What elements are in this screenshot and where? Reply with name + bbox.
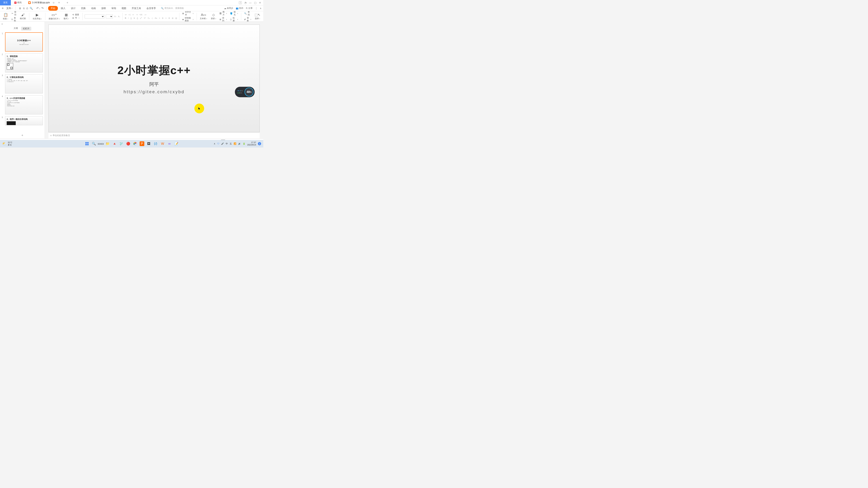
align-right-icon[interactable]: ≡ — [165, 17, 166, 19]
start-button[interactable] — [85, 141, 89, 146]
sync-status[interactable]: ☁未同步 — [224, 7, 233, 10]
from-current-button[interactable]: ▶ 当页开始∨ — [31, 13, 43, 20]
sidebar-tab-slides[interactable]: 幻灯片 — [21, 27, 31, 31]
thumbnail-5[interactable]: 5 4、程序一般的目录结构 — [2, 116, 43, 125]
app-icon-3[interactable]: 🔴 — [126, 141, 130, 146]
bold-icon[interactable]: B — [125, 17, 126, 19]
print-icon[interactable]: ⎙ — [26, 7, 28, 10]
ribbon-tab-review[interactable]: 审阅 — [109, 6, 119, 11]
columns-icon[interactable]: ▥ — [175, 17, 177, 19]
strike-icon[interactable]: S̶ — [134, 17, 135, 19]
app-icon-6[interactable]: 📝 — [174, 141, 179, 146]
tab-docer[interactable]: 稻壳 — [11, 0, 25, 5]
minimize-icon[interactable]: — — [249, 1, 252, 4]
sidebar-tab-outline[interactable]: 大纲 — [13, 27, 18, 31]
tab-home[interactable]: 首页 — [0, 0, 11, 5]
underline-icon[interactable]: U — [130, 17, 132, 19]
more-icon[interactable]: ⋮ — [255, 7, 257, 9]
battery-icon[interactable]: 🔋 — [243, 142, 245, 145]
decrease-font-icon[interactable]: A↓ — [118, 15, 120, 18]
volume-icon[interactable]: 🔊 — [238, 142, 241, 145]
text-dir-icon[interactable]: ⟲A — [140, 13, 142, 16]
search-box[interactable]: 🔍 查找命令、搜索模板 — [161, 7, 184, 10]
subscript-icon[interactable]: X₂ — [148, 17, 150, 19]
italic-icon[interactable]: I — [128, 17, 129, 19]
tray-mic-icon[interactable]: 🎤 — [221, 142, 224, 145]
textbox-button[interactable]: A▭ 文本框∨ — [199, 13, 208, 20]
outline-button[interactable]: ◻轮廓∨ — [230, 17, 238, 22]
line-spacing-icon[interactable]: ↕≡ — [144, 13, 146, 16]
export-icon[interactable]: ⎘ — [23, 7, 25, 10]
tab-document[interactable]: 2小时掌握cpp.pptx ⧉ ✕ — [25, 0, 63, 5]
arrange-button[interactable]: ⊞排列∨ — [220, 17, 227, 22]
superscript-icon[interactable]: X² — [144, 17, 146, 19]
collapse-ribbon-icon[interactable]: ∧ — [260, 7, 261, 9]
align-object-button[interactable]: ⊞对齐文本∨ — [182, 11, 194, 16]
wifi-icon[interactable]: 📶 — [234, 142, 236, 145]
align-justify-icon[interactable]: ≣ — [168, 17, 170, 19]
file-menu[interactable]: 文件∨ — [5, 7, 14, 10]
app-icon-1[interactable]: 🔺 — [112, 141, 117, 146]
highlight-icon[interactable]: 🖍 — [140, 17, 142, 19]
replace-button[interactable]: ⇄替换∨ — [244, 17, 251, 22]
maximize-icon[interactable]: ▢ — [254, 1, 256, 4]
collapse-sidebar-icon[interactable]: « — [0, 22, 4, 26]
save-icon[interactable]: 🗎 — [19, 7, 21, 10]
tab-close-icon[interactable]: ✕ — [58, 1, 60, 4]
task-view-icon[interactable]: ▭▭ — [98, 141, 103, 146]
numbering-icon[interactable]: ≡1 — [128, 13, 131, 16]
undo-icon[interactable]: ↶∨ — [36, 6, 40, 10]
select-button[interactable]: ⬚↖ 选择∨ — [253, 13, 261, 20]
vscode-icon[interactable]: ⟨/⟩ — [153, 141, 158, 146]
font-size-select[interactable] — [106, 14, 113, 19]
ribbon-tab-transition[interactable]: 切换 — [79, 6, 88, 11]
thumbnail-3[interactable]: 3 2、计算机体系结构 • 1. 冯诺伊曼• 2. cpu、内存、硬盘、IO、网… — [2, 74, 43, 93]
paste-button[interactable]: 📋 粘贴∨ — [2, 13, 9, 20]
slide-canvas[interactable]: 2小时掌握c++ 阿平 https://gitee.com/cxybd — [49, 25, 260, 132]
align-left-icon[interactable]: ≡ — [159, 17, 160, 19]
ribbon-tab-slideshow[interactable]: 放映 — [99, 6, 108, 11]
preview-icon[interactable]: 🔍 — [30, 7, 33, 10]
indent-inc-icon[interactable]: ⇥ — [136, 13, 137, 16]
window-badge[interactable]: 1 — [239, 1, 242, 4]
app-icon-4[interactable]: 🖼 — [147, 141, 151, 146]
new-slide-button[interactable]: ▭⁺ 新建幻灯片∨ — [48, 13, 61, 20]
collab-button[interactable]: 👥协作 — [236, 7, 243, 10]
ribbon-tab-view[interactable]: 视图 — [119, 6, 129, 11]
slide-title[interactable]: 2小时掌握c++ — [117, 63, 191, 78]
change-case-icon[interactable]: Aa — [155, 17, 157, 19]
ime-mode[interactable]: 五 — [230, 142, 232, 145]
copy-button[interactable]: ⎘复制 — [11, 17, 17, 22]
find-button[interactable]: 🔍查找 — [244, 11, 251, 16]
hamburger-icon[interactable]: ≡ — [2, 7, 3, 10]
thumbnail-2[interactable]: 2 1、课程思路 • 最初的课一片段• 对语言来不不的方面• 了解的东西，有了框… — [2, 53, 43, 72]
to-smartart-button[interactable]: ◈转智能图形∨ — [182, 17, 194, 22]
search-taskbar-icon[interactable]: 🔍 — [92, 141, 96, 146]
cut-button[interactable]: ✂剪切 — [11, 11, 17, 16]
tray-shield-icon[interactable]: 🛡 — [217, 142, 219, 145]
share-button[interactable]: ⇱分享 — [246, 7, 253, 10]
ribbon-tab-design[interactable]: 设计 — [68, 6, 78, 11]
reset-button[interactable]: ⟲重置 — [72, 13, 80, 16]
bullets-icon[interactable]: ≡• — [125, 13, 127, 16]
skin-icon[interactable]: ◔ — [244, 1, 246, 4]
align-center-icon[interactable]: ≣ — [162, 17, 163, 19]
add-slide-button[interactable]: + — [0, 132, 45, 138]
layout-button[interactable]: ▦ 版式∨ — [63, 13, 70, 20]
ribbon-tab-start[interactable]: 开始 — [48, 6, 58, 11]
notes-pane[interactable]: ≡ 单击此处添加备注 — [49, 132, 260, 138]
weather-widget[interactable]: ⛅ 31°C 多云 — [2, 141, 12, 146]
ribbon-tab-vip[interactable]: 会员专享 — [144, 6, 158, 11]
font-family-select[interactable] — [85, 14, 104, 19]
notification-icon[interactable]: 1 — [258, 142, 261, 145]
thumbnail-list[interactable]: 1 2小时掌握c++ 阿平 https://gitee.com/cxybd 2 … — [0, 31, 45, 132]
format-painter-button[interactable]: 🖌 格式刷 — [19, 13, 27, 20]
thumbnail-4[interactable]: 4 3、c++开发环境搭建 • 1. linux下c++开发环境搭建• gcc、… — [2, 95, 43, 115]
tab-new[interactable]: + — [63, 0, 70, 5]
wps-taskbar-icon[interactable]: P — [140, 141, 144, 146]
redo-icon[interactable]: ↷ — [41, 6, 43, 10]
tab-detach-icon[interactable]: ⧉ — [53, 1, 55, 4]
distribute-h-icon[interactable]: ⊞ — [172, 17, 174, 19]
indent-dec-icon[interactable]: ⇤ — [132, 13, 134, 16]
font-color-icon[interactable]: A̲ — [137, 17, 138, 19]
